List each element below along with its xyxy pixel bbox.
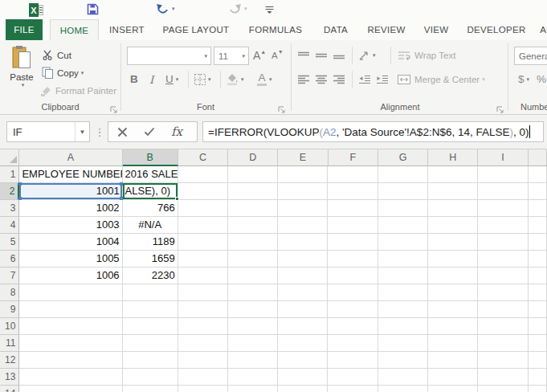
cell-E11[interactable] <box>278 335 328 352</box>
cell-E5[interactable] <box>278 234 328 251</box>
cell-G3[interactable] <box>378 200 428 217</box>
italic-button[interactable]: I <box>149 71 153 88</box>
increase-font-size-button[interactable]: A▲ <box>253 47 266 63</box>
row-header-4[interactable]: 4 <box>0 217 19 234</box>
cell-B6[interactable]: 1659 <box>123 251 178 267</box>
font-color-dropdown-icon[interactable]: ▾ <box>269 76 272 83</box>
cell-I12[interactable] <box>478 352 528 369</box>
cell-C3[interactable] <box>178 200 228 217</box>
cell-H6[interactable] <box>428 251 478 267</box>
cell-B2[interactable]: ALSE), 0) <box>123 183 178 200</box>
cell-I13[interactable] <box>478 369 528 386</box>
decrease-indent-button[interactable] <box>358 71 371 88</box>
accounting-format-button[interactable]: $ ▾ <box>518 71 529 88</box>
cell-clipped-3[interactable] <box>529 200 547 217</box>
font-size-dropdown-icon[interactable]: ▾ <box>242 53 245 59</box>
cell-B9[interactable] <box>123 301 178 318</box>
number-format-combo[interactable]: General <box>514 47 547 65</box>
cell-A11[interactable] <box>19 335 122 352</box>
cell-G12[interactable] <box>378 352 428 369</box>
tab-developer[interactable]: DEVELOPER <box>467 19 525 40</box>
merge-center-button[interactable]: Merge & Center ▾ <box>398 71 485 88</box>
cell-D7[interactable] <box>228 267 278 284</box>
column-header-clipped[interactable] <box>529 149 547 166</box>
select-all-corner[interactable] <box>0 149 19 166</box>
cell-I3[interactable] <box>478 200 528 217</box>
row-header-11[interactable]: 11 <box>0 335 19 352</box>
cell-H4[interactable] <box>428 217 478 234</box>
merge-center-dropdown-icon[interactable]: ▾ <box>482 76 485 83</box>
row-header-9[interactable]: 9 <box>0 301 19 318</box>
borders-button[interactable]: ▾ <box>194 71 211 88</box>
cell-H5[interactable] <box>428 234 478 251</box>
cell-C4[interactable] <box>178 217 228 234</box>
row-header-12[interactable]: 12 <box>0 352 19 369</box>
tab-view[interactable]: VIEW <box>424 19 449 40</box>
cell-E12[interactable] <box>278 352 328 369</box>
name-box-dropdown-icon[interactable]: ▼ <box>75 122 89 141</box>
cell-H13[interactable] <box>428 369 478 386</box>
cell-G13[interactable] <box>378 369 428 386</box>
align-left-button[interactable] <box>297 71 310 88</box>
cell-clipped-12[interactable] <box>529 352 547 369</box>
cell-clipped-6[interactable] <box>529 251 547 267</box>
cell-F6[interactable] <box>328 251 378 267</box>
percent-style-button[interactable]: % <box>537 71 546 88</box>
cell-E1[interactable] <box>278 166 328 183</box>
alignment-dialog-launcher[interactable] <box>496 103 504 111</box>
cell-E13[interactable] <box>278 369 328 386</box>
tab-home[interactable]: HOME <box>50 19 99 40</box>
cell-G14[interactable] <box>378 386 428 392</box>
cell-C8[interactable] <box>178 284 228 301</box>
fill-color-dropdown-icon[interactable]: ▾ <box>241 76 244 83</box>
cell-G2[interactable] <box>378 183 428 200</box>
cell-F13[interactable] <box>328 369 378 386</box>
cell-F7[interactable] <box>328 267 378 284</box>
cell-clipped-4[interactable] <box>529 217 547 234</box>
cell-clipped-7[interactable] <box>529 267 547 284</box>
cell-D9[interactable] <box>228 301 278 318</box>
cell-G7[interactable] <box>378 267 428 284</box>
cell-A6[interactable]: 1005 <box>19 251 122 267</box>
cell-G10[interactable] <box>378 318 428 335</box>
cell-A5[interactable]: 1004 <box>19 234 122 251</box>
decrease-font-size-button[interactable]: A▼ <box>271 47 284 63</box>
cell-C9[interactable] <box>178 301 228 318</box>
cell-A12[interactable] <box>19 352 122 369</box>
row-header-10[interactable]: 10 <box>0 318 19 335</box>
cell-D2[interactable] <box>228 183 278 200</box>
cell-clipped-11[interactable] <box>529 335 547 352</box>
cell-A8[interactable] <box>19 284 122 301</box>
cell-G8[interactable] <box>378 284 428 301</box>
cell-C6[interactable] <box>178 251 228 267</box>
row-header-5[interactable]: 5 <box>0 234 19 251</box>
column-header-D[interactable]: D <box>228 149 278 166</box>
column-header-C[interactable]: C <box>178 149 228 166</box>
format-painter-button[interactable]: Format Painter <box>40 82 116 99</box>
top-align-button[interactable] <box>297 47 310 63</box>
cell-H3[interactable] <box>428 200 478 217</box>
cell-A1[interactable]: EMPLOYEE NUMBER <box>19 166 122 183</box>
cell-F9[interactable] <box>328 301 378 318</box>
cell-H11[interactable] <box>428 335 478 352</box>
cell-G4[interactable] <box>378 217 428 234</box>
cell-H12[interactable] <box>428 352 478 369</box>
cell-C12[interactable] <box>178 352 228 369</box>
cell-I9[interactable] <box>478 301 528 318</box>
accounting-dropdown-icon[interactable]: ▾ <box>527 76 530 83</box>
cell-B12[interactable] <box>123 352 178 369</box>
undo-dropdown-icon[interactable]: ▾ <box>172 6 175 12</box>
cell-D8[interactable] <box>228 284 278 301</box>
underline-dropdown-icon[interactable]: ▾ <box>176 76 179 83</box>
row-header-8[interactable]: 8 <box>0 284 19 301</box>
formula-input[interactable]: =IFERROR(VLOOKUP(A2, 'Data Source'!A$2:N… <box>202 121 544 142</box>
cut-button[interactable]: Cut <box>42 47 71 63</box>
cell-C10[interactable] <box>178 318 228 335</box>
cell-G11[interactable] <box>378 335 428 352</box>
cell-D3[interactable] <box>228 200 278 217</box>
cell-A2[interactable]: 1001 <box>19 183 122 200</box>
cell-H10[interactable] <box>428 318 478 335</box>
cell-B5[interactable]: 1189 <box>123 234 178 251</box>
cell-H2[interactable] <box>428 183 478 200</box>
cell-E4[interactable] <box>278 217 328 234</box>
